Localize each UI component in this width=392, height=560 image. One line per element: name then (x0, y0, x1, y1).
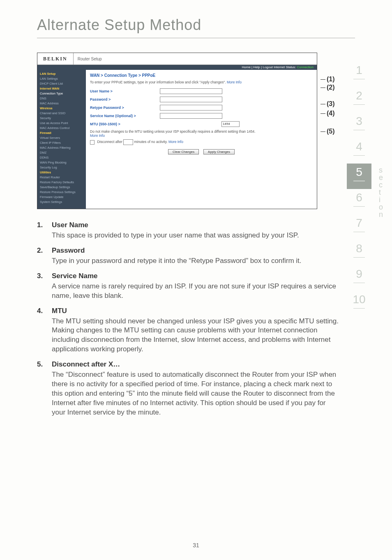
row-mtu: MTU (550-1500) > 1454 (90, 120, 313, 128)
page-number: 31 (0, 542, 392, 548)
item-2-num: 2. (37, 246, 52, 266)
clear-changes-button[interactable]: Clear Changes (168, 149, 199, 154)
item-1-num: 1. (37, 221, 52, 240)
sidebar-item[interactable]: WAN Ping Blocking (37, 160, 86, 165)
status-bar: Home | Help | Logout Internet Status: Co… (37, 65, 317, 70)
section-index-10: 10 (347, 291, 371, 316)
disconnect-checkbox[interactable] (90, 140, 95, 145)
callouts: (1) (2) (3) (4) (5) (321, 76, 335, 137)
sidebar-item[interactable]: Utilities (37, 170, 86, 175)
more-info-link-3[interactable]: More Info (168, 140, 183, 144)
sidebar-item[interactable]: Channel and SSID (37, 111, 86, 116)
section-index: 1 2 3 4 5 6 7 8 9 10 (347, 62, 371, 316)
section-index-2: 2 (347, 87, 371, 113)
disconnect-suffix: minutes of no activity. (134, 140, 168, 144)
item-4-body: The MTU setting should never be changed … (52, 317, 339, 355)
disconnect-row: Disconnect after minutes of no activity.… (90, 139, 313, 145)
label-user-name: User Name > (90, 89, 160, 93)
section-index-8: 8 (347, 240, 371, 265)
label-retype-password: Retype Password > (90, 106, 160, 110)
item-3-body: A service name is rarely required by an … (52, 282, 339, 301)
more-info-link-2[interactable]: More Info (90, 134, 105, 138)
sidebar-item[interactable]: Firewall (37, 131, 86, 136)
screenshot-wrap: BELKIN Router Setup Home | Help | Logout… (37, 53, 345, 209)
item-1-body: This space is provided to type in your u… (52, 231, 339, 240)
sidebar: LAN SetupLAN SettingsDHCP Client ListInt… (37, 70, 86, 209)
callout-5: (5) (321, 128, 335, 137)
item-2-body: Type in your password and retype it into… (52, 256, 339, 266)
screenshot: BELKIN Router Setup Home | Help | Logout… (37, 53, 317, 209)
content: 1. User Name This space is provided to t… (37, 221, 339, 417)
item-4: 4. MTU The MTU setting should never be c… (37, 307, 339, 355)
sidebar-item[interactable]: Restart Router (37, 175, 86, 180)
sidebar-item[interactable]: Virtual Servers (37, 136, 86, 141)
item-4-num: 4. (37, 307, 52, 355)
row-password: Password > (90, 96, 313, 103)
input-disconnect-minutes[interactable] (123, 139, 133, 145)
sidebar-item[interactable]: Restore Previous Settings (37, 190, 86, 195)
item-5-heading: Disconnect after X… (52, 360, 339, 369)
more-info-link[interactable]: More Info (227, 80, 242, 84)
item-5-body: The “Disconnect” feature is used to auto… (52, 370, 339, 417)
section-label: section (379, 166, 385, 218)
callout-4: (4) (321, 110, 335, 118)
item-1: 1. User Name This space is provided to t… (37, 221, 339, 240)
page-title: Alternate Setup Method (0, 0, 392, 38)
item-5: 5. Disconnect after X… The “Disconnect” … (37, 360, 339, 417)
row-retype: Retype Password > (90, 104, 313, 111)
item-3-num: 3. (37, 272, 52, 301)
sidebar-item[interactable]: MAC Address Control (37, 126, 86, 131)
sidebar-item[interactable]: Internet WAN (37, 86, 86, 91)
sidebar-item[interactable]: MAC Address (37, 101, 86, 106)
item-4-heading: MTU (52, 307, 339, 316)
screenshot-body: LAN SetupLAN SettingsDHCP Client ListInt… (37, 70, 317, 209)
disconnect-prefix: Disconnect after (97, 140, 123, 144)
label-service-name: Service Name (Optional) > (90, 114, 160, 118)
sidebar-item[interactable]: Security (37, 116, 86, 121)
item-3: 3. Service Name A service name is rarely… (37, 272, 339, 301)
sidebar-item[interactable]: DNS (37, 96, 86, 101)
sidebar-item[interactable]: DMZ (37, 150, 86, 155)
item-2: 2. Password Type in your password and re… (37, 246, 339, 266)
section-index-1: 1 (347, 62, 371, 87)
screenshot-header: BELKIN Router Setup (37, 53, 317, 65)
status-bar-connection: Connection (297, 65, 314, 69)
sidebar-item[interactable]: Client IP Filters (37, 141, 86, 145)
input-retype-password[interactable] (160, 105, 222, 111)
sidebar-item[interactable]: Firmware Update (37, 195, 86, 200)
sidebar-item[interactable]: DDNS (37, 155, 86, 160)
sidebar-item[interactable]: Wireless (37, 106, 86, 111)
callout-1: (1) (321, 76, 335, 84)
callout-2: (2) (321, 84, 335, 92)
item-1-heading: User Name (52, 221, 339, 230)
sidebar-item[interactable]: MAC Address Filtering (37, 145, 86, 150)
row-service-name: Service Name (Optional) > (90, 112, 313, 120)
breadcrumb: WAN > Connection Type > PPPoE (90, 73, 313, 78)
sidebar-item[interactable]: LAN Settings (37, 76, 86, 81)
sidebar-item[interactable]: LAN Setup (37, 71, 86, 76)
input-service-name[interactable] (160, 113, 222, 119)
sidebar-item[interactable]: Restore Factory Defaults (37, 180, 86, 185)
sidebar-item[interactable]: Security Log (37, 165, 86, 170)
item-5-num: 5. (37, 360, 52, 417)
section-index-5: 5 (347, 164, 371, 189)
sidebar-item[interactable]: Connection Type (37, 91, 86, 96)
sidebar-item[interactable]: System Settings (37, 200, 86, 205)
input-password[interactable] (160, 97, 222, 102)
input-mtu[interactable]: 1454 (221, 121, 240, 127)
title-rule (37, 38, 355, 38)
item-2-heading: Password (52, 246, 339, 256)
status-bar-text: Home | Help | Logout Internet Status: (242, 65, 297, 69)
label-mtu: MTU (550-1500) > (90, 122, 160, 126)
apply-changes-button[interactable]: Apply Changes (203, 149, 235, 154)
input-user-name[interactable] (160, 88, 222, 94)
sidebar-item[interactable]: Use as Access Point (37, 121, 86, 126)
belkin-logo: BELKIN (37, 53, 74, 65)
sidebar-item[interactable]: DHCP Client List (37, 81, 86, 86)
section-index-7: 7 (347, 214, 371, 240)
sidebar-item[interactable]: Save/Backup Settings (37, 185, 86, 190)
router-setup-label: Router Setup (74, 57, 317, 61)
item-3-heading: Service Name (52, 272, 339, 281)
section-index-6: 6 (347, 189, 371, 214)
section-index-3: 3 (347, 113, 371, 138)
